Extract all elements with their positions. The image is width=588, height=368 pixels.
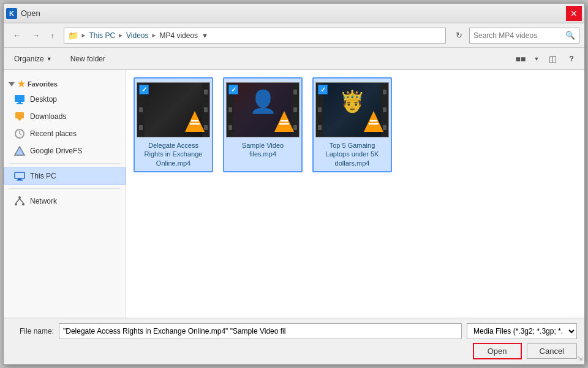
new-folder-label: New folder xyxy=(70,55,105,63)
recent-label: Recent places xyxy=(30,129,77,138)
breadcrumb-dropdown-button[interactable]: ▼ xyxy=(200,32,209,39)
network-icon xyxy=(14,196,25,207)
breadcrumb-thispc[interactable]: This PC xyxy=(89,31,115,40)
breadcrumb-arrow3: ► xyxy=(151,32,157,39)
file-name-3: Top 5 Gamaing Laptops under 5K dollars.m… xyxy=(317,141,387,167)
network-label: Network xyxy=(30,197,57,205)
recent-icon xyxy=(14,128,25,139)
resize-grip[interactable]: ⇲ xyxy=(577,355,583,363)
open-dialog: K Open ✕ ← → ↑ 📁 ► This PC ► Videos ► MP… xyxy=(3,3,585,365)
search-bar: 🔍 xyxy=(469,28,579,44)
downloads-icon xyxy=(14,111,25,122)
sidebar-item-downloads[interactable]: Downloads xyxy=(4,108,126,125)
breadcrumb-arrow2: ► xyxy=(118,32,124,39)
svg-rect-11 xyxy=(18,178,21,180)
file-thumbnail-3: 🤴 ✓ xyxy=(315,82,389,137)
organize-button[interactable]: Organize ▼ xyxy=(9,52,58,66)
film-hole xyxy=(228,125,232,130)
filename-input[interactable] xyxy=(59,323,462,339)
svg-rect-10 xyxy=(15,172,24,178)
presenter-icon: 🤴 xyxy=(339,89,365,113)
svg-point-13 xyxy=(18,196,21,199)
preview-pane-button[interactable]: ◫ xyxy=(544,51,561,67)
forward-button[interactable]: → xyxy=(28,28,44,42)
view-large-icons-button[interactable]: ■■ xyxy=(512,51,529,67)
svg-point-14 xyxy=(15,203,17,205)
svg-rect-2 xyxy=(17,103,23,104)
organize-label: Organize xyxy=(14,55,44,63)
cancel-button[interactable]: Cancel xyxy=(527,343,577,359)
film-hole xyxy=(293,90,297,94)
file-name-2: Sample Video files.mp4 xyxy=(228,141,298,159)
gdrive-icon xyxy=(14,145,25,156)
sidebar: ★ Favorites Desktop Downloads Recent xyxy=(4,70,126,318)
film-hole xyxy=(383,90,386,94)
file-area: ✓ Delegate Access Rights in Exchange Onl… xyxy=(126,70,584,318)
sidebar-item-recent[interactable]: Recent places xyxy=(4,125,126,142)
film-hole xyxy=(139,125,143,130)
film-hole xyxy=(228,107,232,112)
sidebar-item-thispc[interactable]: This PC xyxy=(4,167,126,185)
refresh-button[interactable]: ↻ xyxy=(451,28,467,44)
favorites-label: Favorites xyxy=(28,80,58,88)
checkbox-2[interactable]: ✓ xyxy=(228,85,238,94)
sidebar-item-network[interactable]: Network xyxy=(4,193,126,210)
svg-line-16 xyxy=(16,199,20,203)
organize-dropdown-icon: ▼ xyxy=(47,56,52,62)
filename-label: File name: xyxy=(11,327,54,335)
back-button[interactable]: ← xyxy=(9,28,25,42)
view-dropdown-button[interactable]: ▼ xyxy=(532,51,541,67)
svg-rect-0 xyxy=(15,95,24,102)
navigation-toolbar: ← → ↑ 📁 ► This PC ► Videos ► MP4 videos … xyxy=(4,23,584,48)
breadcrumb-mp4videos: MP4 videos xyxy=(159,31,198,40)
svg-rect-3 xyxy=(15,112,24,118)
film-hole xyxy=(318,125,322,130)
folder-icon: 📁 xyxy=(68,31,78,40)
film-hole xyxy=(204,90,208,94)
help-button[interactable]: ? xyxy=(564,51,579,67)
up-button[interactable]: ↑ xyxy=(47,29,59,42)
vlc-cone-icon-1 xyxy=(184,110,206,133)
title-bar-left: K Open xyxy=(6,8,40,19)
search-input[interactable] xyxy=(473,31,565,40)
new-folder-button[interactable]: New folder xyxy=(65,52,111,66)
title-bar: K Open ✕ xyxy=(4,4,584,23)
file-thumbnail-2: 👤 ✓ xyxy=(226,82,300,137)
person-silhouette-icon: 👤 xyxy=(249,89,277,131)
sidebar-item-desktop[interactable]: Desktop xyxy=(4,91,126,108)
close-button[interactable]: ✕ xyxy=(566,6,582,21)
dialog-title: Open xyxy=(21,9,40,18)
app-icon: K xyxy=(6,8,17,19)
desktop-icon xyxy=(14,94,25,105)
file-item-3[interactable]: 🤴 ✓ Top 5 Gamaing Laptops under 5K dolla… xyxy=(312,77,392,172)
svg-line-17 xyxy=(20,199,23,203)
sidebar-divider1 xyxy=(9,163,121,164)
content-area: ★ Favorites Desktop Downloads Recent xyxy=(4,70,584,318)
thispc-icon xyxy=(14,171,25,182)
actions-row: Open Cancel xyxy=(11,343,577,359)
svg-rect-21 xyxy=(190,129,199,131)
file-item-2[interactable]: 👤 ✓ Sample Video files.mp4 xyxy=(223,77,303,172)
file-name-1: Delegate Access Rights in Exchange Onlin… xyxy=(138,141,208,167)
view-controls: ■■ ▼ ◫ ? xyxy=(512,51,579,67)
bottom-bar: File name: Media Files (*.3g2; *.3gp; *.… xyxy=(4,318,584,364)
downloads-label: Downloads xyxy=(30,112,66,121)
file-item-1[interactable]: ✓ Delegate Access Rights in Exchange Onl… xyxy=(134,77,213,172)
action-bar: Organize ▼ New folder ■■ ▼ ◫ ? xyxy=(4,48,584,70)
sidebar-divider2 xyxy=(9,188,121,189)
file-thumbnail-1: ✓ xyxy=(137,82,210,137)
breadcrumb-arrow: ► xyxy=(81,32,87,39)
checkbox-3[interactable]: ✓ xyxy=(318,85,328,94)
favorites-group[interactable]: ★ Favorites xyxy=(4,75,126,91)
breadcrumb-bar: 📁 ► This PC ► Videos ► MP4 videos ▼ xyxy=(64,28,447,44)
open-button[interactable]: Open xyxy=(473,343,522,359)
svg-rect-20 xyxy=(192,125,198,129)
svg-rect-12 xyxy=(17,180,23,181)
checkbox-1[interactable]: ✓ xyxy=(139,85,149,94)
filetype-select[interactable]: Media Files (*.3g2; *.3gp; *.3 xyxy=(467,323,577,339)
desktop-label: Desktop xyxy=(30,95,57,104)
svg-marker-9 xyxy=(15,147,24,155)
favorites-expand-icon xyxy=(9,82,15,86)
sidebar-item-gdrive[interactable]: Google DriveFS xyxy=(4,142,126,159)
breadcrumb-videos[interactable]: Videos xyxy=(126,31,148,40)
